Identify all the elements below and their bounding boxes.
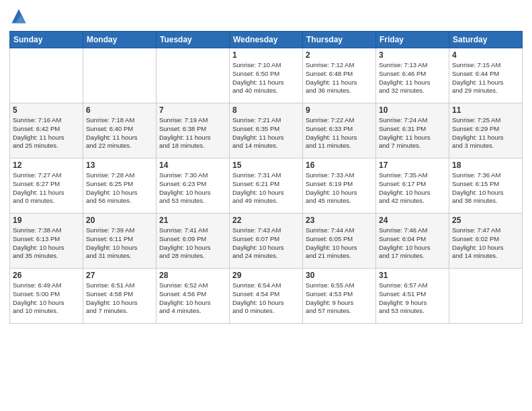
calendar-cell: 30Sunrise: 6:55 AM Sunset: 4:53 PM Dayli… xyxy=(303,269,376,324)
day-number: 28 xyxy=(159,271,226,280)
calendar-week-2: 5Sunrise: 7:16 AM Sunset: 6:42 PM Daylig… xyxy=(10,103,523,158)
day-info: Sunrise: 6:49 AM Sunset: 5:00 PM Dayligh… xyxy=(13,281,80,316)
day-number: 20 xyxy=(86,216,153,225)
calendar-cell: 18Sunrise: 7:36 AM Sunset: 6:15 PM Dayli… xyxy=(449,158,523,214)
calendar-cell: 27Sunrise: 6:51 AM Sunset: 4:58 PM Dayli… xyxy=(83,269,157,324)
calendar-header-saturday: Saturday xyxy=(449,32,523,48)
day-number: 19 xyxy=(13,216,80,225)
calendar-cell: 11Sunrise: 7:25 AM Sunset: 6:29 PM Dayli… xyxy=(449,103,523,158)
logo xyxy=(9,7,31,26)
calendar-cell: 16Sunrise: 7:33 AM Sunset: 6:19 PM Dayli… xyxy=(303,158,376,214)
calendar-cell: 21Sunrise: 7:41 AM Sunset: 6:09 PM Dayli… xyxy=(157,214,230,269)
calendar-cell: 19Sunrise: 7:38 AM Sunset: 6:13 PM Dayli… xyxy=(10,214,83,269)
day-info: Sunrise: 7:36 AM Sunset: 6:15 PM Dayligh… xyxy=(452,171,519,205)
calendar-table: SundayMondayTuesdayWednesdayThursdayFrid… xyxy=(9,31,523,324)
calendar-cell: 4Sunrise: 7:15 AM Sunset: 6:44 PM Daylig… xyxy=(449,48,523,103)
calendar-cell: 6Sunrise: 7:18 AM Sunset: 6:40 PM Daylig… xyxy=(83,103,157,158)
day-info: Sunrise: 7:47 AM Sunset: 6:02 PM Dayligh… xyxy=(452,226,519,261)
day-info: Sunrise: 7:27 AM Sunset: 6:27 PM Dayligh… xyxy=(13,171,80,205)
day-number: 14 xyxy=(159,161,226,170)
day-info: Sunrise: 7:33 AM Sunset: 6:19 PM Dayligh… xyxy=(306,171,373,205)
day-info: Sunrise: 7:12 AM Sunset: 6:48 PM Dayligh… xyxy=(306,61,373,95)
day-info: Sunrise: 7:18 AM Sunset: 6:40 PM Dayligh… xyxy=(86,116,153,150)
day-info: Sunrise: 7:22 AM Sunset: 6:33 PM Dayligh… xyxy=(306,116,373,150)
day-number: 11 xyxy=(452,105,519,115)
calendar-cell: 14Sunrise: 7:30 AM Sunset: 6:23 PM Dayli… xyxy=(157,158,230,214)
calendar-week-3: 12Sunrise: 7:27 AM Sunset: 6:27 PM Dayli… xyxy=(10,158,523,214)
calendar-header-thursday: Thursday xyxy=(303,32,376,48)
calendar-header-monday: Monday xyxy=(83,32,157,48)
day-number: 7 xyxy=(159,105,226,115)
calendar-week-5: 26Sunrise: 6:49 AM Sunset: 5:00 PM Dayli… xyxy=(10,269,523,324)
day-number: 5 xyxy=(13,105,80,115)
header xyxy=(9,7,523,26)
day-number: 23 xyxy=(306,216,373,225)
day-number: 26 xyxy=(13,271,80,280)
day-info: Sunrise: 6:57 AM Sunset: 4:51 PM Dayligh… xyxy=(379,281,446,316)
day-number: 25 xyxy=(452,216,519,225)
day-info: Sunrise: 6:51 AM Sunset: 4:58 PM Dayligh… xyxy=(86,281,153,316)
calendar-cell: 23Sunrise: 7:44 AM Sunset: 6:05 PM Dayli… xyxy=(303,214,376,269)
calendar-cell: 5Sunrise: 7:16 AM Sunset: 6:42 PM Daylig… xyxy=(10,103,83,158)
day-info: Sunrise: 7:10 AM Sunset: 6:50 PM Dayligh… xyxy=(232,61,300,95)
day-info: Sunrise: 6:54 AM Sunset: 4:54 PM Dayligh… xyxy=(232,281,300,316)
calendar-cell: 2Sunrise: 7:12 AM Sunset: 6:48 PM Daylig… xyxy=(303,48,376,103)
calendar-cell: 20Sunrise: 7:39 AM Sunset: 6:11 PM Dayli… xyxy=(83,214,157,269)
calendar-cell: 31Sunrise: 6:57 AM Sunset: 4:51 PM Dayli… xyxy=(376,269,449,324)
day-number: 24 xyxy=(379,216,446,225)
calendar-header-tuesday: Tuesday xyxy=(157,32,230,48)
day-number: 15 xyxy=(232,161,300,170)
day-info: Sunrise: 7:41 AM Sunset: 6:09 PM Dayligh… xyxy=(159,226,226,261)
calendar-cell: 3Sunrise: 7:13 AM Sunset: 6:46 PM Daylig… xyxy=(376,48,449,103)
day-info: Sunrise: 7:30 AM Sunset: 6:23 PM Dayligh… xyxy=(159,171,226,205)
day-number: 3 xyxy=(379,50,446,60)
calendar-cell: 29Sunrise: 6:54 AM Sunset: 4:54 PM Dayli… xyxy=(230,269,303,324)
day-number: 8 xyxy=(232,105,300,115)
day-info: Sunrise: 7:24 AM Sunset: 6:31 PM Dayligh… xyxy=(379,116,446,150)
calendar-cell: 9Sunrise: 7:22 AM Sunset: 6:33 PM Daylig… xyxy=(303,103,376,158)
calendar-cell: 22Sunrise: 7:43 AM Sunset: 6:07 PM Dayli… xyxy=(230,214,303,269)
calendar-cell: 26Sunrise: 6:49 AM Sunset: 5:00 PM Dayli… xyxy=(10,269,83,324)
calendar-cell xyxy=(449,269,523,324)
calendar-header-wednesday: Wednesday xyxy=(230,32,303,48)
logo-icon xyxy=(9,7,28,26)
day-number: 6 xyxy=(86,105,153,115)
calendar-cell: 12Sunrise: 7:27 AM Sunset: 6:27 PM Dayli… xyxy=(10,158,83,214)
calendar-header-sunday: Sunday xyxy=(10,32,83,48)
day-info: Sunrise: 7:13 AM Sunset: 6:46 PM Dayligh… xyxy=(379,61,446,95)
day-number: 17 xyxy=(379,161,446,170)
day-info: Sunrise: 7:39 AM Sunset: 6:11 PM Dayligh… xyxy=(86,226,153,261)
day-number: 27 xyxy=(86,271,153,280)
day-number: 10 xyxy=(379,105,446,115)
day-number: 29 xyxy=(232,271,300,280)
calendar-header-row: SundayMondayTuesdayWednesdayThursdayFrid… xyxy=(10,32,523,48)
day-number: 4 xyxy=(452,50,519,60)
calendar-cell xyxy=(10,48,83,103)
day-info: Sunrise: 7:21 AM Sunset: 6:35 PM Dayligh… xyxy=(232,116,300,150)
day-number: 30 xyxy=(306,271,373,280)
day-number: 21 xyxy=(159,216,226,225)
day-number: 13 xyxy=(86,161,153,170)
day-number: 2 xyxy=(306,50,373,60)
calendar-cell: 15Sunrise: 7:31 AM Sunset: 6:21 PM Dayli… xyxy=(230,158,303,214)
day-number: 9 xyxy=(306,105,373,115)
day-number: 16 xyxy=(306,161,373,170)
day-number: 12 xyxy=(13,161,80,170)
day-info: Sunrise: 6:55 AM Sunset: 4:53 PM Dayligh… xyxy=(306,281,373,316)
calendar-cell: 28Sunrise: 6:52 AM Sunset: 4:56 PM Dayli… xyxy=(157,269,230,324)
day-info: Sunrise: 6:52 AM Sunset: 4:56 PM Dayligh… xyxy=(159,281,226,316)
calendar-week-4: 19Sunrise: 7:38 AM Sunset: 6:13 PM Dayli… xyxy=(10,214,523,269)
calendar-cell: 1Sunrise: 7:10 AM Sunset: 6:50 PM Daylig… xyxy=(230,48,303,103)
day-info: Sunrise: 7:19 AM Sunset: 6:38 PM Dayligh… xyxy=(159,116,226,150)
day-info: Sunrise: 7:31 AM Sunset: 6:21 PM Dayligh… xyxy=(232,171,300,205)
calendar-header-friday: Friday xyxy=(376,32,449,48)
day-number: 31 xyxy=(379,271,446,280)
day-info: Sunrise: 7:25 AM Sunset: 6:29 PM Dayligh… xyxy=(452,116,519,150)
calendar-cell: 7Sunrise: 7:19 AM Sunset: 6:38 PM Daylig… xyxy=(157,103,230,158)
day-info: Sunrise: 7:15 AM Sunset: 6:44 PM Dayligh… xyxy=(452,61,519,95)
calendar-cell: 10Sunrise: 7:24 AM Sunset: 6:31 PM Dayli… xyxy=(376,103,449,158)
day-info: Sunrise: 7:43 AM Sunset: 6:07 PM Dayligh… xyxy=(232,226,300,261)
calendar-week-1: 1Sunrise: 7:10 AM Sunset: 6:50 PM Daylig… xyxy=(10,48,523,103)
day-info: Sunrise: 7:28 AM Sunset: 6:25 PM Dayligh… xyxy=(86,171,153,205)
day-number: 18 xyxy=(452,161,519,170)
